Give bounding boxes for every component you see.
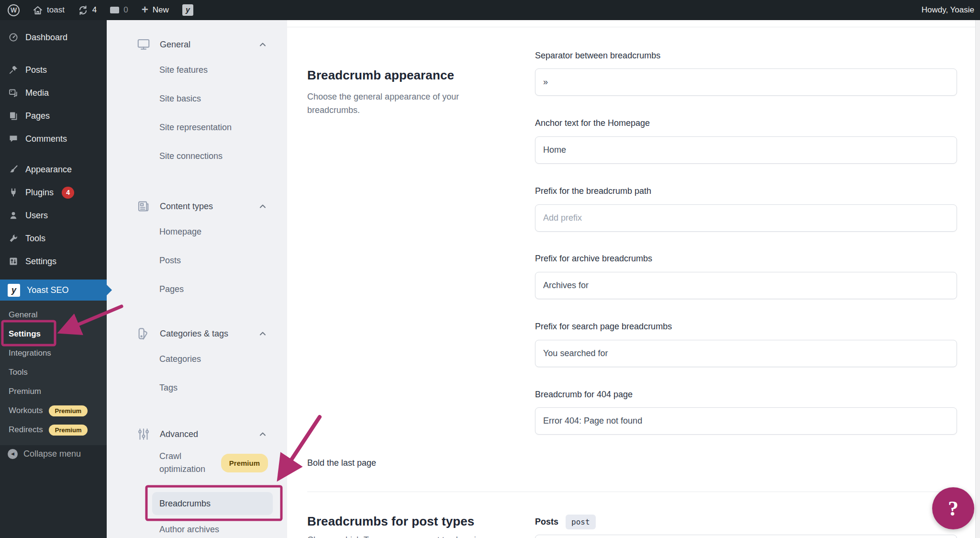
nav-item-site-representation[interactable]: Site representation [107, 113, 287, 142]
wp-admin-menu: Dashboard Posts Media Pages [0, 20, 107, 538]
menu-item-media[interactable]: Media [0, 81, 107, 104]
menu-item-appearance[interactable]: Appearance [0, 158, 107, 181]
menu-item-pages[interactable]: Pages [0, 104, 107, 127]
howdy-account-menu[interactable]: Howdy, Yoasie [922, 5, 980, 15]
collapse-arrow-icon: ◀ [8, 449, 18, 459]
nav-item-site-features[interactable]: Site features [107, 56, 287, 84]
updates-count: 4 [92, 5, 97, 15]
nav-item-site-connections[interactable]: Site connections [107, 142, 287, 170]
menu-item-settings[interactable]: Settings [0, 250, 107, 273]
plus-icon: + [142, 4, 148, 15]
submenu-item-redirects[interactable]: Redirects Premium [0, 420, 107, 439]
swatch-icon [136, 326, 151, 341]
posts-breadcrumb-input[interactable] [535, 535, 957, 538]
separator-label: Separator between breadcrumbs [535, 51, 660, 61]
site-name: toast [47, 5, 65, 15]
comments-icon [9, 134, 18, 144]
post-type-slug-badge: post [566, 515, 596, 529]
dashboard-icon [9, 33, 18, 42]
menu-label: Pages [25, 111, 50, 121]
chevron-up-icon [259, 204, 266, 209]
yoast-settings-nav: General Site features Site basics Site r… [107, 20, 287, 538]
submenu-item-general[interactable]: General [0, 305, 107, 325]
prefix-archive-input[interactable] [535, 272, 957, 299]
menu-item-yoast-seo[interactable]: y Yoast SEO [0, 280, 107, 301]
updates-icon [78, 5, 88, 15]
nav-item-posts[interactable]: Posts [107, 246, 287, 275]
sliders-icon [136, 427, 151, 441]
nav-section-categories-tags[interactable]: Categories & tags [107, 323, 287, 345]
submenu-item-integrations[interactable]: Integrations [0, 344, 107, 363]
menu-item-comments[interactable]: Comments [0, 127, 107, 150]
menu-label: Settings [25, 257, 56, 267]
menu-label: Yoast SEO [27, 285, 68, 295]
homepage-anchor-input[interactable] [535, 136, 957, 164]
breadcrumb-404-input[interactable] [535, 407, 957, 435]
section-description-post-types: Choose which Taxonomy you want to show i… [307, 533, 484, 538]
comment-bubble-icon [110, 7, 119, 13]
menu-item-dashboard[interactable]: Dashboard [0, 26, 107, 49]
breadcrumbs-settings-panel: Breadcrumb appearance Choose the general… [287, 20, 975, 538]
nav-item-author-archives[interactable]: Author archives [107, 515, 287, 538]
home-icon [33, 6, 43, 15]
nav-item-pages[interactable]: Pages [107, 275, 287, 303]
chevron-up-icon [259, 432, 266, 437]
nav-section-general[interactable]: General [107, 34, 287, 56]
news-icon [136, 199, 151, 213]
comments-menu[interactable]: 0 [110, 5, 128, 15]
yoast-adminbar-icon[interactable]: y [182, 4, 193, 16]
pin-icon [9, 65, 18, 75]
nav-item-site-basics[interactable]: Site basics [107, 84, 287, 113]
nav-item-crawl-optimization[interactable]: Crawl optimization Premium [107, 445, 287, 482]
user-icon [9, 211, 18, 220]
submenu-item-premium[interactable]: Premium [0, 382, 107, 401]
admin-bar: W toast 4 0 + New y Howdy, Yoasi [0, 0, 980, 20]
new-menu[interactable]: + New [142, 5, 169, 15]
menu-item-tools[interactable]: Tools [0, 227, 107, 250]
submenu-item-tools[interactable]: Tools [0, 363, 107, 382]
site-name-menu[interactable]: toast [33, 5, 65, 15]
menu-label: Dashboard [25, 33, 67, 43]
nav-item-breadcrumbs-active[interactable]: Breadcrumbs [152, 492, 273, 515]
help-button[interactable]: ? [932, 487, 974, 529]
menu-label: Users [25, 211, 48, 221]
yoast-icon: y [8, 284, 20, 297]
plugins-update-badge: 4 [62, 187, 74, 199]
prefix-path-input[interactable] [535, 204, 957, 232]
monitor-icon [136, 37, 151, 52]
menu-label: Tools [25, 234, 45, 244]
section-description-appearance: Choose the general appearance of your br… [307, 90, 484, 117]
prefix-search-input[interactable] [535, 340, 957, 367]
nav-item-homepage[interactable]: Homepage [107, 217, 287, 246]
wordpress-logo-icon[interactable]: W [8, 4, 20, 16]
new-label: New [153, 5, 169, 15]
menu-label: Appearance [25, 165, 72, 175]
nav-item-categories[interactable]: Categories [107, 345, 287, 373]
menu-label: Plugins [25, 188, 54, 198]
separator-input[interactable] [535, 68, 957, 96]
settings-icon [9, 257, 18, 266]
pages-icon [9, 111, 18, 121]
section-title-appearance: Breadcrumb appearance [307, 68, 454, 83]
yoast-submenu: General Settings Integrations Tools Prem… [0, 301, 107, 445]
menu-item-plugins[interactable]: Plugins 4 [0, 181, 107, 204]
menu-item-users[interactable]: Users [0, 204, 107, 227]
updates-menu[interactable]: 4 [78, 5, 97, 15]
nav-item-tags[interactable]: Tags [107, 373, 287, 402]
premium-badge: Premium [49, 425, 88, 436]
nav-section-content-types[interactable]: Content types [107, 195, 287, 217]
submenu-item-workouts[interactable]: Workouts Premium [0, 401, 107, 420]
menu-item-posts[interactable]: Posts [0, 58, 107, 81]
premium-badge: Premium [49, 405, 88, 416]
breadcrumb-404-label: Breadcrumb for 404 page [535, 390, 633, 400]
chevron-up-icon [259, 331, 266, 336]
submenu-item-settings[interactable]: Settings [0, 325, 107, 344]
nav-section-advanced[interactable]: Advanced [107, 423, 287, 445]
prefix-archive-label: Prefix for archive breadcrumbs [535, 254, 652, 264]
collapse-menu-button[interactable]: ◀ Collapse menu [0, 445, 107, 462]
section-divider [307, 492, 967, 492]
menu-label: Posts [25, 65, 47, 75]
prefix-path-label: Prefix for the breadcrumb path [535, 186, 651, 196]
wrench-icon [9, 234, 18, 243]
scrollbar[interactable] [975, 20, 980, 538]
